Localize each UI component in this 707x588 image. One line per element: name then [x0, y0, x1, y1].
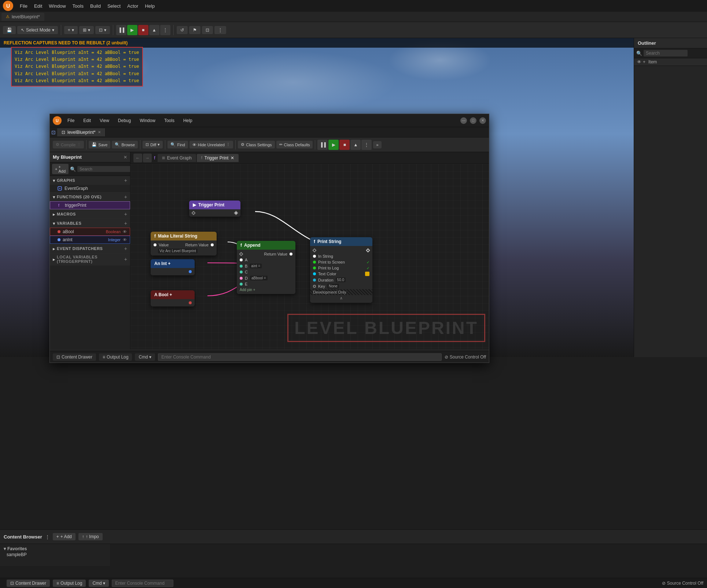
trigger-print-tab[interactable]: f Trigger Print ✕ — [197, 154, 239, 162]
mbp-trigger-print[interactable]: f triggerPrint — [50, 201, 130, 209]
sample-bp[interactable]: sampleBP — [4, 551, 106, 558]
save-btn[interactable]: 💾 — [3, 26, 16, 34]
grid-btn[interactable]: ⊞ ▾ — [79, 26, 94, 34]
nav-forward-btn[interactable]: → — [143, 154, 152, 162]
eye-icon: 👁 — [637, 59, 641, 65]
mbp-locals-add[interactable]: + — [124, 256, 127, 262]
mbp-event-graph[interactable]: EventGraph — [50, 185, 130, 192]
mbp-functions-header[interactable]: ▾ FUNCTIONS (20 OVE) + — [50, 192, 130, 201]
bp-level-tab[interactable]: ⊡ levelBlueprint* ✕ — [57, 128, 106, 136]
class-settings-btn[interactable]: ⚙ Class Settings — [238, 141, 275, 148]
mbp-search-input[interactable] — [77, 166, 130, 172]
bp-eject-btn[interactable]: ▲ — [350, 140, 361, 150]
bp-btn[interactable]: ⊡ — [202, 26, 213, 34]
console-input[interactable] — [112, 580, 173, 587]
mbp-macros-add[interactable]: + — [124, 211, 127, 217]
add-pin-label[interactable]: Add pin + — [240, 288, 255, 292]
browse-btn[interactable]: 🔍 Browse — [112, 141, 138, 148]
flag-btn[interactable]: ⚑ — [189, 26, 200, 34]
mbp-dispatchers-header[interactable]: ▸ EVENT DISPATCHERS + — [50, 244, 130, 253]
menu-help[interactable]: Help — [142, 3, 158, 10]
anint-eye[interactable]: 👁 — [123, 238, 127, 242]
minimize-btn[interactable]: — — [460, 117, 467, 124]
bp-content-drawer-btn[interactable]: ⊡ Content Drawer — [53, 353, 96, 361]
compile-btn[interactable]: ⚙ Compile ⋮ — [53, 141, 84, 148]
add-content-btn[interactable]: + + Add — [53, 533, 76, 540]
outliner-search-input[interactable] — [644, 50, 688, 56]
node-make-string[interactable]: f Make Literal String Value Return Value… — [151, 232, 217, 256]
bp-output-log-btn[interactable]: ≡ Output Log — [99, 353, 132, 361]
mbp-graphs-add[interactable]: + — [124, 177, 127, 183]
bp-menu-debug[interactable]: Debug — [115, 117, 134, 124]
mbp-macros-header[interactable]: ▸ MACROS + — [50, 210, 130, 218]
menu-edit[interactable]: Edit — [31, 3, 45, 10]
abool-eye[interactable]: 👁 — [123, 229, 127, 234]
nav-back-btn[interactable]: ← — [133, 154, 142, 162]
node-trigger-print[interactable]: ▶ Trigger Print — [189, 201, 240, 217]
bp-menu-file[interactable]: File — [65, 117, 77, 124]
mbp-variables-header[interactable]: ▾ VARIABLES + — [50, 219, 130, 228]
eject-btn[interactable]: ▲ — [149, 25, 159, 35]
node-print-string[interactable]: f Print String In String — [310, 237, 372, 303]
menu-file[interactable]: File — [17, 3, 30, 10]
bp-tab-close[interactable]: ✕ — [98, 130, 101, 134]
add-actor-btn[interactable]: + ▾ — [64, 26, 78, 34]
mbp-funcs-add[interactable]: + — [124, 194, 127, 200]
bp-menu-view[interactable]: View — [97, 117, 112, 124]
snap-btn[interactable]: ⊡ ▾ — [95, 26, 110, 34]
mbp-vars-add[interactable]: + — [124, 220, 127, 226]
bp-menu-help[interactable]: Help — [180, 117, 195, 124]
menu-window[interactable]: Window — [46, 3, 69, 10]
bp-console-input[interactable] — [158, 353, 442, 361]
bp-menu-window[interactable]: Window — [137, 117, 158, 124]
mbp-locals-header[interactable]: ▸ LOCAL VARIABLES (TRIGGERPRINT) + — [50, 253, 130, 265]
ps-devonly-label: Development Only — [313, 290, 346, 294]
mbp-anint[interactable]: anInt Integer 👁 — [50, 236, 130, 244]
find-btn[interactable]: 🔍 Find — [167, 141, 188, 148]
bp-more-btn[interactable]: ⋮ — [361, 140, 372, 150]
import-btn[interactable]: ↑ ↑ Impo — [78, 533, 103, 540]
mbp-graphs-header[interactable]: ▾ GRAPHS + — [50, 176, 130, 185]
node-an-int[interactable]: An Int + — [151, 259, 195, 275]
menu-build[interactable]: Build — [87, 3, 104, 10]
mbp-abool[interactable]: aBool Boolean 👁 — [50, 228, 130, 236]
class-defaults-btn[interactable]: ✏ Class Defaults — [276, 141, 313, 148]
bp-expand-btn[interactable]: » — [373, 141, 381, 148]
node-a-bool[interactable]: A Bool + — [151, 290, 195, 306]
bp-stop-btn[interactable]: ■ — [339, 140, 350, 150]
maximize-btn[interactable]: □ — [470, 117, 476, 124]
bp-pause-btn[interactable]: ▐▐ — [317, 140, 328, 150]
level-tab[interactable]: ⚠ levelBlueprint* — [1, 13, 44, 21]
trigger-print-tab-close[interactable]: ✕ — [231, 155, 234, 161]
source-control[interactable]: ⊘ Source Control Off — [662, 581, 703, 586]
graph-grid[interactable]: ▶ Trigger Print f Ma — [130, 164, 489, 349]
menu-select[interactable]: Select — [104, 3, 124, 10]
select-mode-btn[interactable]: ↖ Select Mode ▾ — [17, 26, 58, 34]
pause-btn[interactable]: ▐▐ — [116, 25, 126, 35]
play-btn[interactable]: ▶ — [127, 25, 137, 35]
event-graph-tab[interactable]: ⊞ Event Graph — [158, 154, 196, 162]
bp-play-btn[interactable]: ▶ — [328, 140, 339, 150]
bp-menu-edit[interactable]: Edit — [80, 117, 94, 124]
cmd-btn[interactable]: Cmd ▾ — [89, 580, 109, 587]
node-append[interactable]: f Append Return Value A — [237, 241, 295, 294]
ps-collapse-icon[interactable]: ∧ — [340, 296, 343, 301]
mbp-disp-add[interactable]: + — [124, 246, 127, 251]
diff-btn[interactable]: ⊡ Diff ▾ — [143, 141, 163, 148]
close-btn[interactable]: ✕ — [479, 117, 486, 124]
more-options-btn[interactable]: ⋮ — [214, 26, 226, 34]
reset-btn[interactable]: ↺ — [177, 26, 188, 34]
bp-cmd-btn[interactable]: Cmd ▾ — [135, 353, 155, 361]
save-bp-btn[interactable]: 💾 Save — [89, 141, 110, 148]
mbp-add-btn[interactable]: + + Add — [52, 164, 69, 174]
content-drawer-btn[interactable]: ⊡ Content Drawer — [7, 580, 50, 587]
output-log-btn[interactable]: ≡ Output Log — [53, 580, 86, 587]
bp-menu-tools[interactable]: Tools — [161, 117, 177, 124]
menu-tools[interactable]: Tools — [70, 3, 86, 10]
menu-actor[interactable]: Actor — [124, 3, 141, 10]
more-btn[interactable]: ⋮ — [160, 25, 170, 35]
bp-source-control[interactable]: ⊘ Source Control Off — [445, 354, 486, 360]
hide-unrelated-btn[interactable]: 👁 Hide Unrelated ⋮ — [189, 141, 233, 148]
stop-btn[interactable]: ■ — [138, 25, 148, 35]
mbp-close-btn[interactable]: ✕ — [124, 155, 127, 160]
